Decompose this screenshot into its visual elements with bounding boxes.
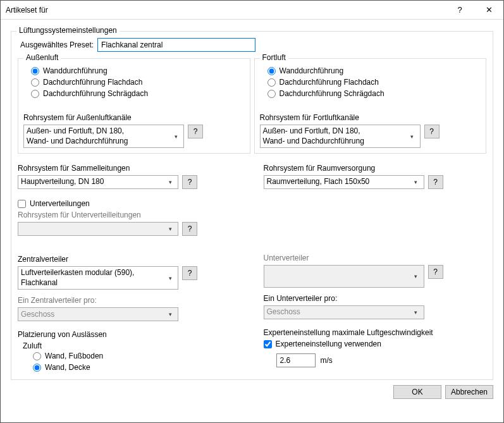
untervert-per-combo: Geschoss ▾ xyxy=(264,305,424,319)
fortluft-opt-flach[interactable]: Dachdurchführung Flachdach xyxy=(260,77,481,88)
unterverteilungen-checkbox[interactable] xyxy=(18,200,26,208)
aussenluft-radio-3[interactable] xyxy=(31,90,39,98)
fortluft-radio-1[interactable] xyxy=(267,67,276,75)
expert-unit: m/s xyxy=(321,356,333,365)
zentral-per-combo: Geschoss ▾ xyxy=(18,307,178,321)
sammel-label: Rohrsystem für Sammelleitungen xyxy=(18,164,241,173)
aussenluft-radio-2[interactable] xyxy=(31,78,39,87)
fortluft-radio-2[interactable] xyxy=(267,78,276,87)
unterverteilungen-check[interactable]: Unterverteilungen xyxy=(18,199,241,208)
fortluft-opt-schraeg[interactable]: Dachdurchführung Schrägdach xyxy=(260,88,481,99)
cancel-button[interactable]: Abbrechen xyxy=(445,385,493,399)
expert-value-input[interactable] xyxy=(276,353,316,367)
raum-label: Rohrsystem für Raumversorgung xyxy=(264,164,487,173)
zuluft-radio-1[interactable] xyxy=(33,352,41,360)
fortluft-opt-wand[interactable]: Wanddurchführung xyxy=(260,65,481,77)
chevron-down-icon: ▾ xyxy=(165,179,175,185)
zuluft-radio-2[interactable] xyxy=(33,364,41,372)
fortluft-pipe-help[interactable]: ? xyxy=(424,125,439,138)
aussenluft-opt-wand[interactable]: Wanddurchführung xyxy=(23,65,245,77)
titlebar: Artikelset für ? ✕ xyxy=(1,1,503,20)
preset-input[interactable] xyxy=(97,38,255,52)
untervert-help[interactable]: ? xyxy=(428,265,443,279)
zentral-help[interactable]: ? xyxy=(182,266,197,280)
untervert-label: Unterverteiler xyxy=(264,254,487,262)
zuluft-opt-fussboden[interactable]: Wand, Fußboden xyxy=(18,350,241,362)
unterv-pipe-combo: ▾ xyxy=(18,222,178,236)
zentral-label: Zentralverteiler xyxy=(18,255,241,264)
dialog-content: Lüftungssystemeinstellungen Ausgewähltes… xyxy=(1,20,503,404)
fortluft-group: Fortluft Wanddurchführung Dachdurchführu… xyxy=(254,58,487,154)
help-titlebar-button[interactable]: ? xyxy=(445,1,474,20)
chevron-down-icon: ▾ xyxy=(165,311,175,317)
fortluft-label: Fortluft xyxy=(260,53,288,62)
chevron-down-icon: ▾ xyxy=(171,133,181,140)
fortluft-radio-3[interactable] xyxy=(267,90,276,98)
chevron-down-icon: ▾ xyxy=(165,275,175,281)
aussenluft-pipe-label: Rohrsystem für Außenluftkanäle xyxy=(23,113,245,122)
aussenluft-radio-1[interactable] xyxy=(31,67,39,75)
expert-title: Experteneinstellung maximale Luftgeschwi… xyxy=(264,328,487,337)
unterv-pipe-help[interactable]: ? xyxy=(182,222,197,236)
preset-label: Ausgewähltes Preset: xyxy=(20,40,94,49)
aussenluft-label: Außenluft xyxy=(23,53,61,62)
expert-check[interactable]: Experteneinstellung verwenden xyxy=(264,340,487,348)
platz-title: Platzierung von Auslässen xyxy=(18,330,241,339)
aussenluft-pipe-help[interactable]: ? xyxy=(188,125,203,138)
sammel-help[interactable]: ? xyxy=(182,175,197,189)
sammel-combo[interactable]: Hauptverteilung, DN 180 ▾ xyxy=(18,175,178,189)
chevron-down-icon: ▾ xyxy=(407,133,417,140)
window-title: Artikelset für xyxy=(6,6,445,15)
settings-group: Lüftungssystemeinstellungen Ausgewähltes… xyxy=(11,31,493,380)
fortluft-pipe-label: Rohrsystem für Fortluftkanäle xyxy=(260,113,481,122)
chevron-down-icon: ▾ xyxy=(411,179,421,185)
zuluft-opt-decke[interactable]: Wand, Decke xyxy=(18,362,241,373)
untervert-per-label: Ein Unterverteiler pro: xyxy=(264,294,487,303)
chevron-down-icon: ▾ xyxy=(165,226,175,232)
zuluft-label: Zuluft xyxy=(18,341,241,350)
ok-button[interactable]: OK xyxy=(393,385,441,399)
close-button[interactable]: ✕ xyxy=(474,1,503,20)
aussenluft-pipe-combo[interactable]: Außen- und Fortluft, DN 180, Wand- und D… xyxy=(23,125,184,148)
zentral-combo[interactable]: Luftverteilerkasten modular (590), Flach… xyxy=(18,266,178,290)
raum-combo[interactable]: Raumverteilung, Flach 150x50 ▾ xyxy=(264,175,424,189)
aussenluft-group: Außenluft Wanddurchführung Dachdurchführ… xyxy=(18,58,250,154)
aussenluft-opt-flach[interactable]: Dachdurchführung Flachdach xyxy=(23,77,245,88)
fortluft-pipe-combo[interactable]: Außen- und Fortluft, DN 180, Wand- und D… xyxy=(260,125,421,148)
unterv-pipe-label: Rohrsystem für Unterverteilleitungen xyxy=(18,211,241,219)
zentral-per-label: Ein Zentralverteiler pro: xyxy=(18,296,241,305)
raum-help[interactable]: ? xyxy=(428,175,443,189)
untervert-combo: ▾ xyxy=(264,265,424,288)
aussenluft-opt-schraeg[interactable]: Dachdurchführung Schrägdach xyxy=(23,88,245,99)
expert-checkbox[interactable] xyxy=(264,340,272,348)
chevron-down-icon: ▾ xyxy=(411,273,421,279)
chevron-down-icon: ▾ xyxy=(411,309,421,316)
settings-group-label: Lüftungssystemeinstellungen xyxy=(16,26,120,35)
